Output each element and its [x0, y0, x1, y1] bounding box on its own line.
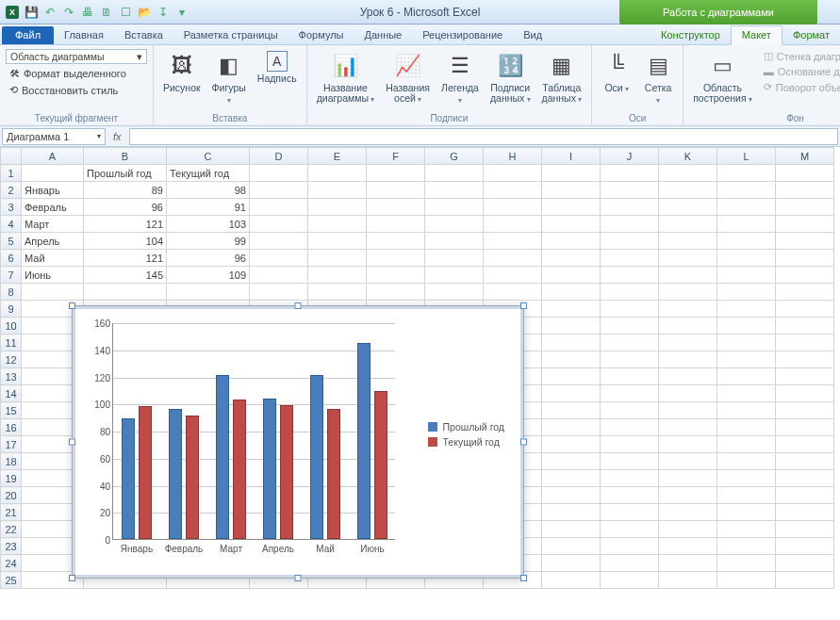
cell-M14[interactable] — [776, 385, 834, 402]
cell-J11[interactable] — [601, 334, 659, 351]
cell-M23[interactable] — [776, 538, 834, 555]
cell-D1[interactable] — [250, 165, 308, 182]
row-header-3[interactable]: 3 — [1, 199, 22, 216]
cell-M20[interactable] — [776, 487, 834, 504]
cell-I2[interactable] — [542, 182, 601, 199]
cell-A3[interactable]: Февраль — [22, 199, 84, 216]
cell-I22[interactable] — [542, 521, 601, 538]
print-icon[interactable]: 🖶 — [81, 6, 94, 19]
chart-legend[interactable]: Прошлый год Текущий год — [428, 417, 504, 451]
cell-L5[interactable] — [717, 233, 776, 250]
cell-M2[interactable] — [776, 182, 834, 199]
cell-H3[interactable] — [484, 199, 542, 216]
cell-G3[interactable] — [425, 199, 484, 216]
cell-I15[interactable] — [542, 402, 601, 419]
sort-icon[interactable]: ↧ — [156, 6, 170, 19]
tab-insert[interactable]: Вставка — [114, 26, 173, 44]
row-header-15[interactable]: 15 — [1, 402, 22, 419]
cell-K13[interactable] — [659, 368, 717, 385]
cell-K3[interactable] — [659, 199, 717, 216]
cell-C7[interactable]: 109 — [167, 267, 250, 284]
cell-M9[interactable] — [776, 301, 834, 318]
tab-format[interactable]: Формат — [782, 26, 840, 44]
cell-M24[interactable] — [776, 555, 834, 572]
cell-B2[interactable]: 89 — [84, 182, 167, 199]
name-box[interactable]: Диаграмма 1▾ — [2, 128, 106, 145]
row-header-16[interactable]: 16 — [1, 419, 22, 436]
cell-I21[interactable] — [542, 504, 601, 521]
reset-style-button[interactable]: ⟲ Восстановить стиль — [6, 83, 122, 97]
cell-D3[interactable] — [250, 199, 308, 216]
cell-L2[interactable] — [717, 182, 776, 199]
cell-L1[interactable] — [717, 165, 776, 182]
cell-M11[interactable] — [776, 334, 834, 351]
cell-L25[interactable] — [717, 572, 776, 589]
cell-J19[interactable] — [601, 470, 659, 487]
cell-B4[interactable]: 121 — [84, 216, 167, 233]
cell-J4[interactable] — [601, 216, 659, 233]
cell-J13[interactable] — [601, 368, 659, 385]
save-icon[interactable]: 💾 — [25, 6, 38, 19]
cell-A8[interactable] — [22, 284, 84, 301]
cell-E4[interactable] — [308, 216, 367, 233]
cell-J16[interactable] — [601, 419, 659, 436]
cell-J5[interactable] — [601, 233, 659, 250]
cell-H5[interactable] — [484, 233, 542, 250]
cell-J12[interactable] — [601, 351, 659, 368]
cell-L19[interactable] — [717, 470, 776, 487]
column-header-K[interactable]: K — [659, 148, 717, 165]
row-header-11[interactable]: 11 — [1, 334, 22, 351]
bar-1-3[interactable] — [280, 405, 293, 539]
bar-1-0[interactable] — [139, 406, 152, 539]
column-header-D[interactable]: D — [250, 148, 308, 165]
cell-L9[interactable] — [717, 301, 776, 318]
cell-B5[interactable]: 104 — [84, 233, 167, 250]
cell-D5[interactable] — [250, 233, 308, 250]
column-header-G[interactable]: G — [425, 148, 484, 165]
cell-K19[interactable] — [659, 470, 717, 487]
cell-G7[interactable] — [425, 267, 484, 284]
cell-L6[interactable] — [717, 250, 776, 267]
column-header-E[interactable]: E — [308, 148, 367, 165]
cell-J25[interactable] — [601, 572, 659, 589]
row-header-8[interactable]: 8 — [1, 284, 22, 301]
select-all-corner[interactable] — [1, 148, 22, 165]
cell-J14[interactable] — [601, 385, 659, 402]
row-header-25[interactable]: 25 — [1, 572, 22, 589]
cell-L7[interactable] — [717, 267, 776, 284]
cell-I16[interactable] — [542, 419, 601, 436]
tab-review[interactable]: Рецензирование — [412, 26, 513, 44]
cell-L12[interactable] — [717, 351, 776, 368]
chart-element-selector[interactable]: Область диаграммы▾ — [6, 49, 147, 64]
cell-K20[interactable] — [659, 487, 717, 504]
cell-K11[interactable] — [659, 334, 717, 351]
cell-J22[interactable] — [601, 521, 659, 538]
cell-G5[interactable] — [425, 233, 484, 250]
cell-L11[interactable] — [717, 334, 776, 351]
bar-0-1[interactable] — [169, 409, 182, 539]
cell-K4[interactable] — [659, 216, 717, 233]
resize-handle-w[interactable] — [69, 439, 75, 446]
column-header-C[interactable]: C — [167, 148, 250, 165]
cell-D2[interactable] — [250, 182, 308, 199]
cell-F8[interactable] — [367, 284, 425, 301]
bar-0-4[interactable] — [310, 375, 323, 539]
column-header-F[interactable]: F — [367, 148, 425, 165]
cell-M12[interactable] — [776, 351, 834, 368]
cell-D4[interactable] — [250, 216, 308, 233]
cell-J8[interactable] — [601, 284, 659, 301]
cell-C6[interactable]: 96 — [167, 250, 250, 267]
cell-I10[interactable] — [542, 318, 601, 334]
cell-K22[interactable] — [659, 521, 717, 538]
cell-K10[interactable] — [659, 318, 717, 334]
cell-B3[interactable]: 96 — [84, 199, 167, 216]
cell-I18[interactable] — [542, 453, 601, 470]
cell-M1[interactable] — [776, 165, 834, 182]
cell-D6[interactable] — [250, 250, 308, 267]
cell-F2[interactable] — [367, 182, 425, 199]
cell-M21[interactable] — [776, 504, 834, 521]
cell-I5[interactable] — [542, 233, 601, 250]
cell-I7[interactable] — [542, 267, 601, 284]
undo-icon[interactable]: ↶ — [43, 6, 57, 19]
cell-C4[interactable]: 103 — [167, 216, 250, 233]
